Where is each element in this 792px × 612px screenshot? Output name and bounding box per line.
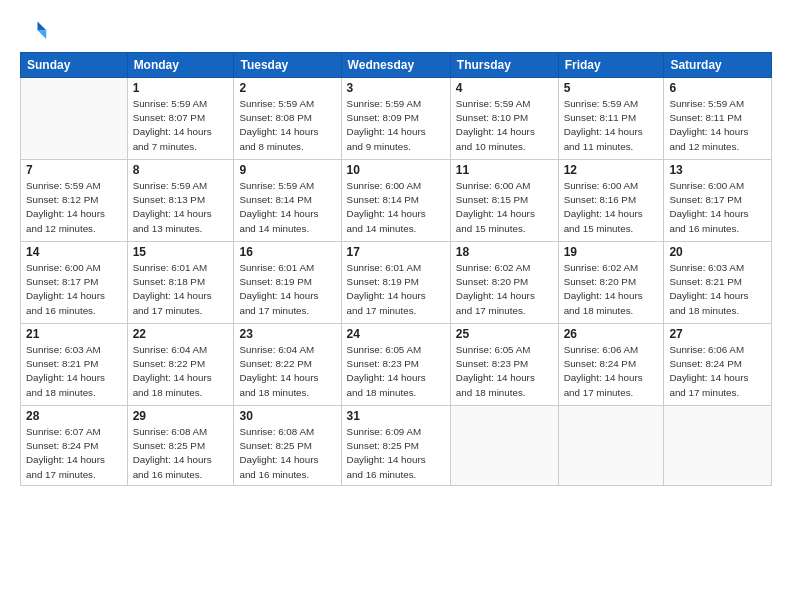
day-info: Sunrise: 6:01 AMSunset: 8:19 PMDaylight:… [239,261,335,318]
day-cell: 5Sunrise: 5:59 AMSunset: 8:11 PMDaylight… [558,78,664,160]
day-cell: 8Sunrise: 5:59 AMSunset: 8:13 PMDaylight… [127,160,234,242]
day-cell: 15Sunrise: 6:01 AMSunset: 8:18 PMDayligh… [127,242,234,324]
day-number: 19 [564,245,659,259]
day-cell: 24Sunrise: 6:05 AMSunset: 8:23 PMDayligh… [341,324,450,406]
day-info: Sunrise: 5:59 AMSunset: 8:10 PMDaylight:… [456,97,553,154]
day-cell: 25Sunrise: 6:05 AMSunset: 8:23 PMDayligh… [450,324,558,406]
week-row-2: 7Sunrise: 5:59 AMSunset: 8:12 PMDaylight… [21,160,772,242]
day-cell [450,406,558,486]
day-cell: 18Sunrise: 6:02 AMSunset: 8:20 PMDayligh… [450,242,558,324]
day-cell: 12Sunrise: 6:00 AMSunset: 8:16 PMDayligh… [558,160,664,242]
day-info: Sunrise: 5:59 AMSunset: 8:11 PMDaylight:… [564,97,659,154]
week-row-3: 14Sunrise: 6:00 AMSunset: 8:17 PMDayligh… [21,242,772,324]
day-cell: 17Sunrise: 6:01 AMSunset: 8:19 PMDayligh… [341,242,450,324]
day-number: 24 [347,327,445,341]
day-info: Sunrise: 6:00 AMSunset: 8:15 PMDaylight:… [456,179,553,236]
day-info: Sunrise: 5:59 AMSunset: 8:09 PMDaylight:… [347,97,445,154]
day-info: Sunrise: 6:03 AMSunset: 8:21 PMDaylight:… [26,343,122,400]
day-cell: 14Sunrise: 6:00 AMSunset: 8:17 PMDayligh… [21,242,128,324]
day-number: 8 [133,163,229,177]
day-number: 22 [133,327,229,341]
day-info: Sunrise: 6:02 AMSunset: 8:20 PMDaylight:… [456,261,553,318]
week-row-4: 21Sunrise: 6:03 AMSunset: 8:21 PMDayligh… [21,324,772,406]
day-cell: 10Sunrise: 6:00 AMSunset: 8:14 PMDayligh… [341,160,450,242]
day-info: Sunrise: 6:08 AMSunset: 8:25 PMDaylight:… [133,425,229,482]
day-cell: 26Sunrise: 6:06 AMSunset: 8:24 PMDayligh… [558,324,664,406]
day-cell: 23Sunrise: 6:04 AMSunset: 8:22 PMDayligh… [234,324,341,406]
day-cell: 11Sunrise: 6:00 AMSunset: 8:15 PMDayligh… [450,160,558,242]
day-number: 31 [347,409,445,423]
day-cell: 4Sunrise: 5:59 AMSunset: 8:10 PMDaylight… [450,78,558,160]
column-header-monday: Monday [127,53,234,78]
day-info: Sunrise: 6:08 AMSunset: 8:25 PMDaylight:… [239,425,335,482]
day-number: 16 [239,245,335,259]
day-cell: 16Sunrise: 6:01 AMSunset: 8:19 PMDayligh… [234,242,341,324]
day-cell: 2Sunrise: 5:59 AMSunset: 8:08 PMDaylight… [234,78,341,160]
svg-marker-0 [38,22,47,31]
day-number: 30 [239,409,335,423]
calendar-table: SundayMondayTuesdayWednesdayThursdayFrid… [20,52,772,486]
day-info: Sunrise: 6:00 AMSunset: 8:14 PMDaylight:… [347,179,445,236]
day-info: Sunrise: 6:05 AMSunset: 8:23 PMDaylight:… [347,343,445,400]
day-number: 14 [26,245,122,259]
day-number: 18 [456,245,553,259]
day-cell: 21Sunrise: 6:03 AMSunset: 8:21 PMDayligh… [21,324,128,406]
day-number: 3 [347,81,445,95]
day-cell [558,406,664,486]
day-number: 28 [26,409,122,423]
column-header-friday: Friday [558,53,664,78]
day-info: Sunrise: 5:59 AMSunset: 8:11 PMDaylight:… [669,97,766,154]
day-info: Sunrise: 6:07 AMSunset: 8:24 PMDaylight:… [26,425,122,482]
day-info: Sunrise: 5:59 AMSunset: 8:07 PMDaylight:… [133,97,229,154]
day-info: Sunrise: 6:05 AMSunset: 8:23 PMDaylight:… [456,343,553,400]
day-cell: 20Sunrise: 6:03 AMSunset: 8:21 PMDayligh… [664,242,772,324]
day-info: Sunrise: 6:06 AMSunset: 8:24 PMDaylight:… [669,343,766,400]
svg-marker-1 [38,30,47,39]
day-info: Sunrise: 6:09 AMSunset: 8:25 PMDaylight:… [347,425,445,482]
day-number: 6 [669,81,766,95]
day-number: 1 [133,81,229,95]
page: SundayMondayTuesdayWednesdayThursdayFrid… [0,0,792,612]
day-cell: 31Sunrise: 6:09 AMSunset: 8:25 PMDayligh… [341,406,450,486]
day-info: Sunrise: 6:06 AMSunset: 8:24 PMDaylight:… [564,343,659,400]
day-info: Sunrise: 5:59 AMSunset: 8:13 PMDaylight:… [133,179,229,236]
logo-icon [20,18,48,46]
day-info: Sunrise: 6:01 AMSunset: 8:18 PMDaylight:… [133,261,229,318]
day-number: 12 [564,163,659,177]
column-header-thursday: Thursday [450,53,558,78]
day-info: Sunrise: 5:59 AMSunset: 8:08 PMDaylight:… [239,97,335,154]
day-number: 9 [239,163,335,177]
column-header-saturday: Saturday [664,53,772,78]
day-number: 20 [669,245,766,259]
day-cell: 29Sunrise: 6:08 AMSunset: 8:25 PMDayligh… [127,406,234,486]
day-number: 17 [347,245,445,259]
day-cell [21,78,128,160]
day-cell: 13Sunrise: 6:00 AMSunset: 8:17 PMDayligh… [664,160,772,242]
day-cell: 28Sunrise: 6:07 AMSunset: 8:24 PMDayligh… [21,406,128,486]
day-number: 27 [669,327,766,341]
day-cell: 22Sunrise: 6:04 AMSunset: 8:22 PMDayligh… [127,324,234,406]
day-number: 25 [456,327,553,341]
day-cell: 30Sunrise: 6:08 AMSunset: 8:25 PMDayligh… [234,406,341,486]
day-number: 29 [133,409,229,423]
day-number: 23 [239,327,335,341]
day-info: Sunrise: 5:59 AMSunset: 8:12 PMDaylight:… [26,179,122,236]
day-info: Sunrise: 6:00 AMSunset: 8:17 PMDaylight:… [26,261,122,318]
day-number: 11 [456,163,553,177]
day-info: Sunrise: 6:04 AMSunset: 8:22 PMDaylight:… [133,343,229,400]
day-number: 26 [564,327,659,341]
column-header-sunday: Sunday [21,53,128,78]
column-header-tuesday: Tuesday [234,53,341,78]
day-number: 10 [347,163,445,177]
day-cell: 27Sunrise: 6:06 AMSunset: 8:24 PMDayligh… [664,324,772,406]
day-info: Sunrise: 5:59 AMSunset: 8:14 PMDaylight:… [239,179,335,236]
day-cell: 1Sunrise: 5:59 AMSunset: 8:07 PMDaylight… [127,78,234,160]
day-number: 2 [239,81,335,95]
header-row: SundayMondayTuesdayWednesdayThursdayFrid… [21,53,772,78]
day-number: 15 [133,245,229,259]
column-header-wednesday: Wednesday [341,53,450,78]
day-info: Sunrise: 6:02 AMSunset: 8:20 PMDaylight:… [564,261,659,318]
week-row-5: 28Sunrise: 6:07 AMSunset: 8:24 PMDayligh… [21,406,772,486]
day-number: 21 [26,327,122,341]
week-row-1: 1Sunrise: 5:59 AMSunset: 8:07 PMDaylight… [21,78,772,160]
